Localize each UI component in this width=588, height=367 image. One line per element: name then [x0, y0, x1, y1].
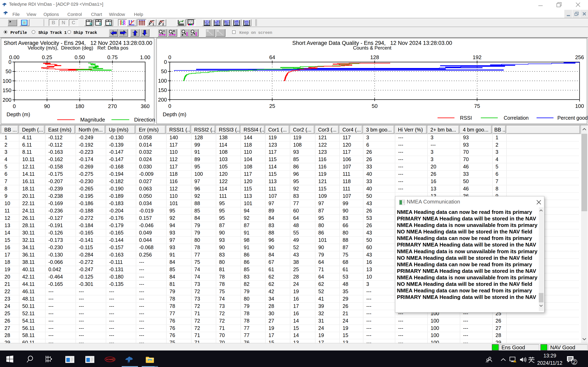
svg-text:Depth (m): Depth (m)	[7, 111, 30, 117]
svg-text:64: 64	[269, 54, 275, 60]
svg-text:200: 200	[158, 97, 167, 103]
svg-text:ROWE: ROWE	[106, 358, 113, 361]
svg-text:0.25: 0.25	[42, 54, 52, 60]
svg-text:200: 200	[3, 97, 11, 103]
svg-text:180: 180	[75, 103, 84, 109]
svg-text:150: 150	[158, 87, 167, 93]
svg-text:2: 2	[162, 23, 164, 26]
svg-text:L: L	[109, 22, 112, 26]
svg-text:75: 75	[474, 103, 480, 109]
svg-text:100: 100	[575, 103, 584, 109]
svg-text:256: 256	[575, 54, 584, 60]
svg-text:270: 270	[108, 103, 117, 109]
svg-text:Correlation: Correlation	[504, 115, 528, 121]
svg-text:BOT: BOT	[225, 20, 229, 23]
svg-text:360: 360	[141, 103, 149, 109]
svg-text:50: 50	[372, 103, 378, 109]
svg-text:1: 1	[153, 23, 154, 26]
svg-text:Counts & Percent: Counts & Percent	[353, 45, 391, 50]
svg-text:S: S	[99, 22, 102, 26]
svg-text:WTR: WTR	[234, 20, 239, 23]
svg-text:!: !	[515, 360, 515, 363]
svg-text:1.00: 1.00	[140, 54, 150, 60]
svg-text:0: 0	[168, 103, 171, 109]
svg-text:128: 128	[370, 54, 379, 60]
svg-text:CFG: CFG	[205, 20, 209, 23]
svg-text:100: 100	[3, 78, 11, 84]
svg-text:50: 50	[6, 68, 11, 75]
svg-text:Direction: Direction	[134, 117, 155, 123]
svg-text:NAV: NAV	[244, 20, 249, 23]
svg-text:0.50: 0.50	[75, 54, 85, 60]
svg-text:2: 2	[573, 359, 576, 365]
svg-text:0: 0	[9, 59, 11, 65]
svg-text:LDR: LDR	[215, 20, 219, 23]
svg-text:192: 192	[473, 54, 481, 60]
svg-text:50: 50	[161, 68, 167, 75]
svg-text:RSSI: RSSI	[460, 115, 472, 121]
svg-text:90: 90	[44, 103, 50, 109]
svg-text:Depth (m): Depth (m)	[163, 111, 186, 117]
svg-text:Velocity (m/s), Direction (de: Velocity (m/s), Direction (deg) Ref: Del…	[27, 45, 129, 50]
svg-text:0: 0	[168, 54, 171, 60]
svg-text:100: 100	[158, 78, 167, 84]
svg-text:Magnitude: Magnitude	[80, 117, 105, 123]
svg-text:Percent good: Percent good	[557, 115, 588, 121]
svg-text:0: 0	[13, 103, 16, 109]
svg-text:150: 150	[3, 87, 11, 93]
svg-text:0: 0	[164, 59, 167, 65]
svg-text:0.75: 0.75	[107, 54, 118, 60]
svg-text:25: 25	[269, 103, 275, 109]
svg-text:R: R	[90, 22, 92, 26]
